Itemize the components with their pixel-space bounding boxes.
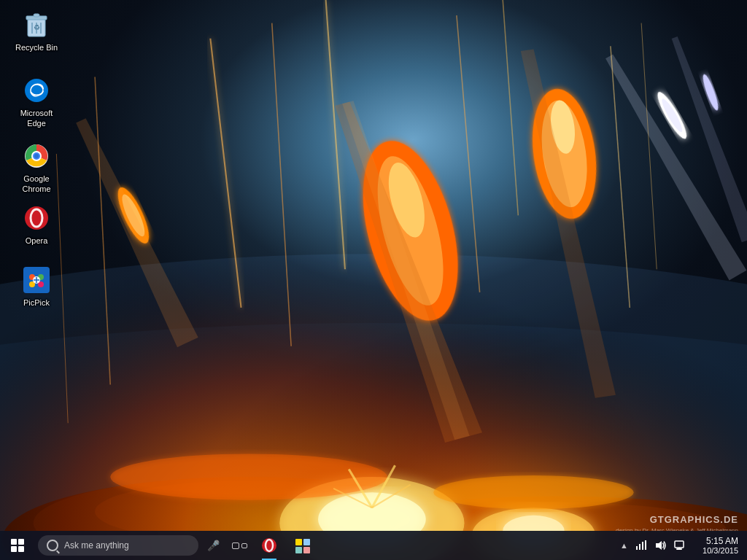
svg-rect-82 [676, 548, 682, 550]
desktop-icon-picpick[interactable]: PicPick [7, 262, 66, 311]
task-view-icon [232, 542, 247, 549]
svg-rect-52 [34, 14, 39, 17]
svg-line-45 [372, 485, 411, 508]
svg-marker-31 [668, 34, 747, 242]
svg-point-1 [0, 254, 747, 560]
svg-marker-23 [521, 44, 616, 401]
taskbar-opera[interactable] [252, 531, 286, 560]
desktop-icon-opera[interactable]: Opera [7, 201, 66, 249]
desktop-icon-recycle-bin[interactable]: ♻ Recycle Bin [7, 7, 66, 55]
svg-line-37 [611, 46, 630, 308]
explorer-taskbar-icon [294, 537, 311, 554]
recycle-bin-label: Recycle Bin [15, 42, 58, 52]
svg-rect-78 [642, 542, 643, 550]
svg-point-17 [382, 159, 431, 241]
volume-icon [654, 540, 666, 551]
svg-marker-18 [335, 90, 482, 447]
svg-rect-73 [303, 539, 310, 545]
svg-line-46 [333, 489, 372, 508]
volume-tray-icon[interactable] [651, 534, 669, 557]
start-button[interactable] [0, 531, 35, 560]
system-tray: ▲ [617, 531, 747, 560]
recycle-bin-icon: ♻ [22, 10, 51, 39]
svg-point-41 [110, 454, 387, 499]
svg-line-36 [503, 0, 518, 215]
svg-rect-72 [295, 539, 302, 545]
svg-line-43 [349, 470, 372, 508]
svg-rect-0 [0, 0, 747, 560]
windows-logo-icon [11, 539, 24, 552]
svg-rect-79 [645, 540, 646, 550]
edge-label: Microsoft Edge [10, 108, 63, 129]
watermark: GTGRAPHICS.DE [650, 514, 738, 525]
svg-point-27 [654, 89, 692, 141]
svg-rect-10 [0, 0, 747, 560]
clock-date: 10/3/2015 [703, 546, 738, 555]
edge-icon [22, 76, 51, 105]
svg-point-42 [433, 475, 633, 509]
clock[interactable]: 5:15 AM 10/3/2015 [689, 531, 744, 560]
svg-point-25 [118, 192, 149, 238]
svg-line-33 [272, 23, 291, 346]
picpick-icon [22, 265, 51, 295]
action-center-tray-icon[interactable] [670, 534, 688, 557]
svg-line-39 [95, 77, 110, 384]
svg-point-28 [659, 97, 686, 134]
chrome-label: Google Chrome [10, 174, 63, 195]
svg-point-54 [25, 79, 48, 102]
taskbar: Ask me anything 🎤 [0, 531, 747, 560]
desktop-icon-edge[interactable]: Microsoft Edge [7, 73, 66, 132]
svg-rect-74 [295, 547, 302, 553]
task-view-button[interactable] [226, 531, 252, 560]
svg-line-44 [372, 465, 395, 508]
opera-label: Opera [26, 236, 48, 246]
svg-point-21 [535, 98, 593, 210]
svg-rect-75 [303, 547, 310, 553]
svg-rect-76 [636, 546, 638, 550]
clock-time: 5:15 AM [706, 536, 738, 546]
show-hidden-icons-button[interactable]: ▲ [617, 531, 631, 560]
svg-text:♻: ♻ [34, 23, 40, 31]
svg-point-16 [365, 149, 457, 312]
taskbar-explorer[interactable] [286, 531, 320, 560]
svg-point-24 [112, 184, 155, 247]
action-center-icon [674, 540, 684, 551]
picpick-label: PicPick [23, 298, 50, 308]
svg-point-58 [34, 154, 39, 158]
svg-marker-19 [342, 94, 470, 446]
svg-rect-9 [0, 0, 747, 560]
chrome-icon [22, 141, 51, 171]
svg-line-32 [210, 39, 241, 308]
desktop-icon-chrome[interactable]: Google Chrome [7, 139, 66, 198]
svg-marker-26 [73, 114, 198, 347]
microphone-icon: 🎤 [207, 540, 220, 551]
search-bar[interactable]: Ask me anything [38, 535, 198, 556]
cortana-mic-button[interactable]: 🎤 [201, 531, 225, 560]
cortana-circle-icon [47, 540, 58, 551]
svg-line-35 [457, 15, 480, 292]
desktop: ♻ Recycle Bin Microsoft Edge [0, 0, 747, 560]
svg-point-30 [700, 73, 721, 112]
svg-line-38 [641, 23, 657, 270]
svg-point-22 [548, 98, 578, 155]
opera-taskbar-icon [260, 537, 278, 554]
svg-marker-29 [603, 50, 747, 280]
svg-point-15 [346, 131, 476, 331]
svg-rect-81 [675, 541, 684, 548]
svg-point-20 [525, 85, 604, 222]
svg-point-2 [0, 323, 747, 560]
network-icon [635, 540, 647, 551]
opera-icon [22, 203, 51, 233]
svg-line-34 [326, 0, 345, 269]
search-placeholder: Ask me anything [64, 540, 190, 551]
svg-marker-80 [656, 541, 662, 550]
svg-rect-77 [639, 544, 640, 550]
network-tray-icon[interactable] [632, 534, 650, 557]
